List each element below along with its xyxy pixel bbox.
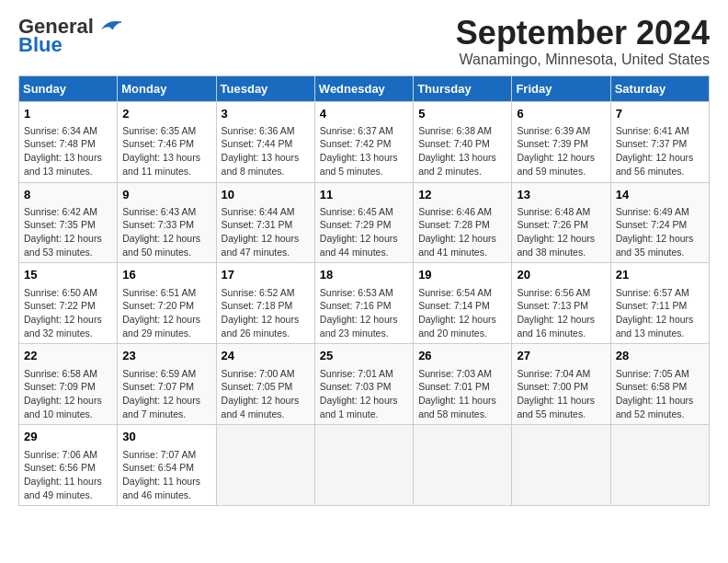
calendar-cell	[314, 425, 413, 506]
calendar-cell	[512, 425, 610, 506]
day-number: 28	[616, 348, 704, 364]
day-info: Sunrise: 6:56 AMSunset: 7:13 PMDaylight:…	[517, 287, 595, 339]
day-info: Sunrise: 6:42 AMSunset: 7:35 PMDaylight:…	[24, 206, 102, 258]
calendar-cell: 20Sunrise: 6:56 AMSunset: 7:13 PMDayligh…	[512, 263, 610, 344]
calendar-cell: 14Sunrise: 6:49 AMSunset: 7:24 PMDayligh…	[610, 182, 709, 263]
calendar-cell: 21Sunrise: 6:57 AMSunset: 7:11 PMDayligh…	[610, 263, 709, 344]
day-number: 26	[418, 348, 506, 364]
day-info: Sunrise: 6:58 AMSunset: 7:09 PMDaylight:…	[24, 368, 102, 419]
calendar-cell: 26Sunrise: 7:03 AMSunset: 7:01 PMDayligh…	[414, 344, 512, 425]
day-info: Sunrise: 6:57 AMSunset: 7:11 PMDaylight:…	[616, 287, 694, 339]
day-number: 12	[418, 187, 506, 203]
calendar-cell: 9Sunrise: 6:43 AMSunset: 7:33 PMDaylight…	[118, 182, 216, 263]
calendar-cell: 24Sunrise: 7:00 AMSunset: 7:05 PMDayligh…	[216, 344, 314, 425]
calendar-cell: 7Sunrise: 6:41 AMSunset: 7:37 PMDaylight…	[610, 101, 709, 182]
calendar-header: SundayMondayTuesdayWednesdayThursdayFrid…	[19, 75, 710, 101]
day-number: 15	[24, 267, 112, 283]
column-header-friday: Friday	[512, 75, 610, 101]
day-info: Sunrise: 6:59 AMSunset: 7:07 PMDaylight:…	[122, 368, 200, 419]
calendar-cell: 15Sunrise: 6:50 AMSunset: 7:22 PMDayligh…	[19, 263, 118, 344]
day-number: 17	[222, 267, 310, 283]
day-info: Sunrise: 7:00 AMSunset: 7:05 PMDaylight:…	[222, 368, 300, 419]
calendar-body: 1Sunrise: 6:34 AMSunset: 7:48 PMDaylight…	[19, 101, 710, 506]
calendar-cell: 3Sunrise: 6:36 AMSunset: 7:44 PMDaylight…	[216, 101, 314, 182]
calendar-cell: 22Sunrise: 6:58 AMSunset: 7:09 PMDayligh…	[19, 344, 118, 425]
day-info: Sunrise: 6:43 AMSunset: 7:33 PMDaylight:…	[122, 206, 200, 258]
day-number: 23	[122, 348, 210, 364]
calendar-cell: 17Sunrise: 6:52 AMSunset: 7:18 PMDayligh…	[216, 263, 314, 344]
calendar-table: SundayMondayTuesdayWednesdayThursdayFrid…	[18, 75, 710, 507]
day-number: 8	[24, 187, 112, 203]
day-info: Sunrise: 7:01 AMSunset: 7:03 PMDaylight:…	[320, 368, 398, 419]
column-header-tuesday: Tuesday	[216, 75, 314, 101]
page-subtitle: Wanamingo, Minnesota, United States	[456, 52, 710, 68]
day-info: Sunrise: 6:49 AMSunset: 7:24 PMDaylight:…	[616, 206, 694, 258]
day-number: 24	[222, 348, 310, 364]
column-header-wednesday: Wednesday	[314, 75, 413, 101]
calendar-cell: 12Sunrise: 6:46 AMSunset: 7:28 PMDayligh…	[414, 182, 512, 263]
calendar-cell: 18Sunrise: 6:53 AMSunset: 7:16 PMDayligh…	[314, 263, 413, 344]
column-header-saturday: Saturday	[610, 75, 709, 101]
day-info: Sunrise: 6:45 AMSunset: 7:29 PMDaylight:…	[320, 206, 398, 258]
calendar-cell: 16Sunrise: 6:51 AMSunset: 7:20 PMDayligh…	[118, 263, 216, 344]
calendar-cell: 23Sunrise: 6:59 AMSunset: 7:07 PMDayligh…	[118, 344, 216, 425]
day-info: Sunrise: 6:39 AMSunset: 7:39 PMDaylight:…	[517, 125, 595, 177]
day-number: 10	[222, 187, 310, 203]
day-number: 7	[616, 106, 704, 122]
calendar-cell: 11Sunrise: 6:45 AMSunset: 7:29 PMDayligh…	[314, 182, 413, 263]
calendar-cell: 25Sunrise: 7:01 AMSunset: 7:03 PMDayligh…	[314, 344, 413, 425]
day-info: Sunrise: 6:44 AMSunset: 7:31 PMDaylight:…	[222, 206, 300, 258]
day-number: 29	[24, 429, 112, 445]
day-number: 5	[418, 106, 506, 122]
day-number: 20	[517, 267, 605, 283]
day-number: 9	[122, 187, 210, 203]
calendar-cell: 5Sunrise: 6:38 AMSunset: 7:40 PMDaylight…	[414, 101, 512, 182]
day-info: Sunrise: 6:48 AMSunset: 7:26 PMDaylight:…	[517, 206, 595, 258]
day-number: 21	[616, 267, 704, 283]
calendar-cell: 2Sunrise: 6:35 AMSunset: 7:46 PMDaylight…	[118, 101, 216, 182]
day-info: Sunrise: 6:38 AMSunset: 7:40 PMDaylight:…	[418, 125, 496, 177]
day-info: Sunrise: 7:04 AMSunset: 7:00 PMDaylight:…	[517, 368, 595, 419]
day-number: 22	[24, 348, 112, 364]
calendar-cell: 1Sunrise: 6:34 AMSunset: 7:48 PMDaylight…	[19, 101, 118, 182]
day-number: 1	[24, 106, 112, 122]
day-info: Sunrise: 7:07 AMSunset: 6:54 PMDaylight:…	[122, 449, 200, 500]
title-block: September 2024 Wanamingo, Minnesota, Uni…	[456, 15, 710, 68]
day-number: 6	[517, 106, 605, 122]
calendar-cell	[610, 425, 709, 506]
day-info: Sunrise: 6:36 AMSunset: 7:44 PMDaylight:…	[222, 125, 300, 177]
day-number: 25	[320, 348, 408, 364]
day-info: Sunrise: 7:06 AMSunset: 6:56 PMDaylight:…	[24, 449, 102, 500]
day-number: 30	[122, 429, 210, 445]
day-number: 11	[320, 187, 408, 203]
calendar-week-1: 1Sunrise: 6:34 AMSunset: 7:48 PMDaylight…	[19, 101, 710, 182]
day-number: 14	[616, 187, 704, 203]
day-number: 16	[122, 267, 210, 283]
day-info: Sunrise: 7:05 AMSunset: 6:58 PMDaylight:…	[616, 368, 694, 419]
column-header-sunday: Sunday	[19, 75, 118, 101]
calendar-cell: 10Sunrise: 6:44 AMSunset: 7:31 PMDayligh…	[216, 182, 314, 263]
day-info: Sunrise: 6:46 AMSunset: 7:28 PMDaylight:…	[418, 206, 496, 258]
day-number: 2	[122, 106, 210, 122]
day-number: 18	[320, 267, 408, 283]
day-number: 4	[320, 106, 408, 122]
day-number: 19	[418, 267, 506, 283]
calendar-cell: 30Sunrise: 7:07 AMSunset: 6:54 PMDayligh…	[118, 425, 216, 506]
calendar-week-3: 15Sunrise: 6:50 AMSunset: 7:22 PMDayligh…	[19, 263, 710, 344]
day-info: Sunrise: 6:54 AMSunset: 7:14 PMDaylight:…	[418, 287, 496, 339]
logo-blue: Blue	[18, 33, 63, 57]
calendar-cell: 6Sunrise: 6:39 AMSunset: 7:39 PMDaylight…	[512, 101, 610, 182]
calendar-cell: 8Sunrise: 6:42 AMSunset: 7:35 PMDaylight…	[19, 182, 118, 263]
column-header-thursday: Thursday	[414, 75, 512, 101]
day-info: Sunrise: 6:41 AMSunset: 7:37 PMDaylight:…	[616, 125, 694, 177]
calendar-cell	[216, 425, 314, 506]
day-info: Sunrise: 6:35 AMSunset: 7:46 PMDaylight:…	[122, 125, 200, 177]
calendar-cell: 27Sunrise: 7:04 AMSunset: 7:00 PMDayligh…	[512, 344, 610, 425]
day-number: 27	[517, 348, 605, 364]
day-info: Sunrise: 7:03 AMSunset: 7:01 PMDaylight:…	[418, 368, 496, 419]
calendar-week-4: 22Sunrise: 6:58 AMSunset: 7:09 PMDayligh…	[19, 344, 710, 425]
calendar-cell	[414, 425, 512, 506]
column-header-monday: Monday	[118, 75, 216, 101]
logo: General Blue	[18, 15, 123, 57]
calendar-week-5: 29Sunrise: 7:06 AMSunset: 6:56 PMDayligh…	[19, 425, 710, 506]
